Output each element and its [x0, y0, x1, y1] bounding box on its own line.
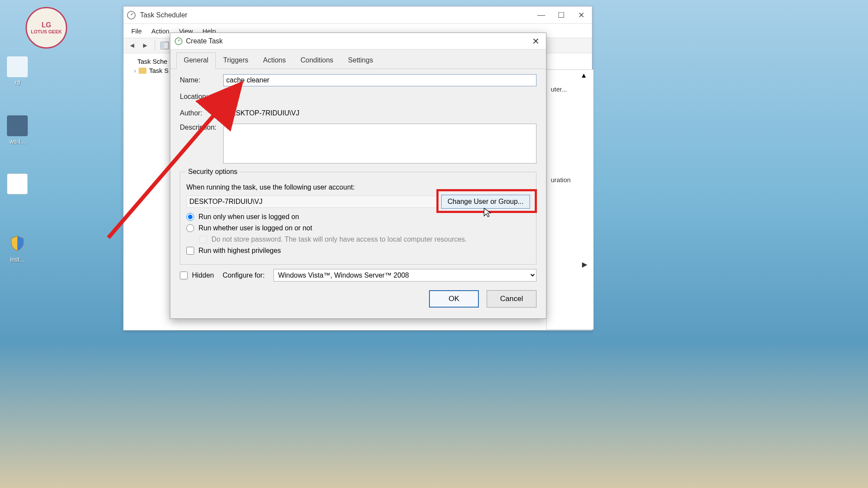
tab-conditions[interactable]: Conditions	[293, 52, 341, 69]
configure-for-select[interactable]: Windows Vista™, Windows Server™ 2008	[273, 269, 536, 282]
security-legend: Security options	[186, 168, 239, 176]
tab-settings[interactable]: Settings	[341, 52, 380, 69]
ok-button[interactable]: OK	[429, 290, 479, 308]
minimize-button[interactable]: —	[537, 11, 545, 19]
dialog-title: Create Task	[186, 37, 223, 45]
check-label: Hidden	[192, 272, 214, 279]
name-label: Name:	[180, 76, 223, 84]
chevron-right-icon[interactable]: ▶	[582, 260, 587, 269]
radio-logged-on-input[interactable]	[186, 213, 194, 221]
shortcut-icon	[7, 115, 28, 136]
maximize-button[interactable]: ☐	[557, 11, 565, 19]
collapse-caret[interactable]: ▲	[580, 72, 587, 79]
author-value: DESKTOP-7RIDUIU\VJ	[223, 107, 536, 119]
description-label: Description:	[180, 124, 223, 131]
desktop-icon[interactable]	[0, 174, 35, 196]
checkbox-highest-input[interactable]	[186, 247, 194, 255]
desktop-icon[interactable]: ws-l...	[0, 115, 35, 145]
radio-whether-logged-input[interactable]	[186, 224, 194, 232]
security-fieldset: Security options When running the task, …	[180, 168, 536, 265]
create-task-dialog: Create Task ✕ General Triggers Actions C…	[170, 33, 546, 319]
toolbar-item[interactable]	[159, 40, 170, 51]
radio-label: Run whether user is logged on or not	[198, 224, 312, 232]
svg-rect-1	[161, 42, 164, 49]
menu-file[interactable]: File	[131, 27, 142, 35]
tree-label: Task Sche	[137, 58, 167, 65]
checkbox-no-password: Do not store password. The task will onl…	[199, 236, 530, 243]
clock-icon	[128, 58, 135, 65]
logo-badge: LG LOTUS GEEK	[26, 7, 67, 49]
tab-general[interactable]: General	[176, 52, 216, 69]
icon-label: inst...	[10, 256, 24, 263]
radio-label: Run only when user is logged on	[198, 213, 299, 221]
dialog-body: Name: Location: \ Author: DESKTOP-7RIDUI…	[170, 69, 546, 265]
tree-label: Task S	[149, 67, 169, 74]
folder-icon	[139, 68, 146, 74]
location-value: \	[223, 91, 536, 103]
cancel-button[interactable]: Cancel	[487, 290, 536, 308]
location-label: Location:	[180, 93, 223, 101]
logo-text: LOTUS GEEK	[31, 29, 62, 34]
dialog-titlebar[interactable]: Create Task ✕	[170, 33, 546, 49]
description-input[interactable]	[223, 124, 536, 164]
icon-label: ws-l...	[10, 138, 26, 145]
actions-panel: ▲ uter... uration ▶	[546, 69, 594, 330]
shield-icon	[7, 233, 28, 254]
close-button[interactable]: ✕	[530, 35, 542, 47]
change-user-button[interactable]: Change User or Group...	[441, 195, 530, 209]
tabstrip: General Triggers Actions Conditions Sett…	[170, 52, 546, 69]
tab-triggers[interactable]: Triggers	[216, 52, 256, 69]
separator	[155, 41, 155, 50]
shortcut-icon	[7, 56, 28, 77]
forward-button[interactable]: ►	[140, 40, 150, 51]
clock-icon	[175, 37, 182, 45]
checkbox-hidden[interactable]: Hidden	[180, 272, 214, 279]
radio-logged-on[interactable]: Run only when user is logged on	[186, 213, 530, 221]
expand-icon[interactable]: ›	[134, 67, 136, 74]
bottom-row: Hidden Configure for: Windows Vista™, Wi…	[170, 265, 546, 286]
radio-whether-logged[interactable]: Run whether user is logged on or not	[186, 224, 530, 232]
tab-actions[interactable]: Actions	[256, 52, 293, 69]
name-input[interactable]	[223, 74, 536, 86]
titlebar[interactable]: Task Scheduler — ☐ ✕	[124, 7, 592, 24]
configure-for-label: Configure for:	[223, 272, 265, 279]
clock-icon	[127, 11, 136, 20]
check-label: Run with highest privileges	[198, 247, 281, 255]
document-icon	[7, 174, 28, 194]
desktop-icon[interactable]: inst...	[0, 233, 35, 263]
panel-item[interactable]: uration	[546, 174, 593, 186]
desktop-icon[interactable]: rd	[0, 56, 35, 86]
check-label: Do not store password. The task will onl…	[211, 236, 467, 243]
when-running-label: When running the task, use the following…	[186, 183, 530, 191]
close-button[interactable]: ✕	[577, 11, 585, 19]
panel-item[interactable]: uter...	[546, 83, 593, 95]
icon-label: rd	[15, 79, 20, 86]
menu-action[interactable]: Action	[151, 27, 169, 35]
checkbox-hidden-input[interactable]	[180, 272, 188, 279]
checkbox-no-password-input	[199, 236, 207, 243]
user-account-value: DESKTOP-7RIDUIU\VJ	[186, 196, 437, 208]
author-label: Author:	[180, 109, 223, 117]
checkbox-highest-privileges[interactable]: Run with highest privileges	[186, 247, 530, 255]
dialog-buttons: OK Cancel	[170, 286, 546, 314]
window-title: Task Scheduler	[140, 11, 187, 19]
back-button[interactable]: ◄	[127, 40, 137, 51]
